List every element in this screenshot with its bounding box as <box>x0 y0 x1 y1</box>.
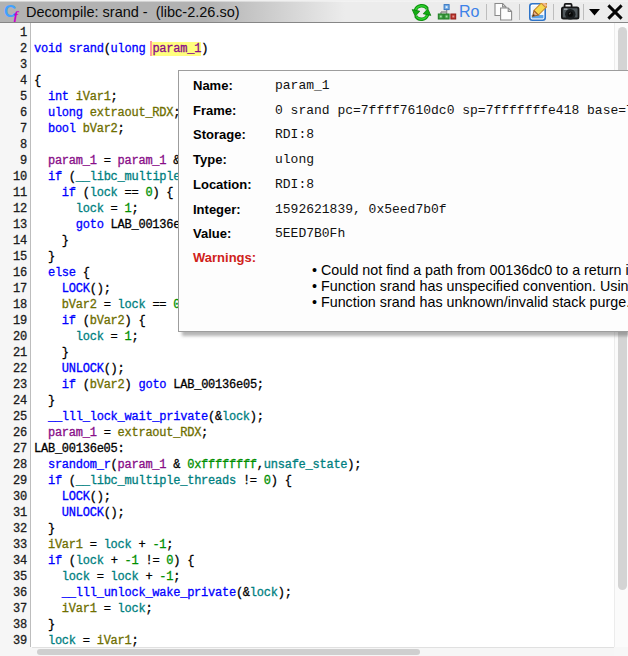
svg-text:f: f <box>14 8 20 22</box>
